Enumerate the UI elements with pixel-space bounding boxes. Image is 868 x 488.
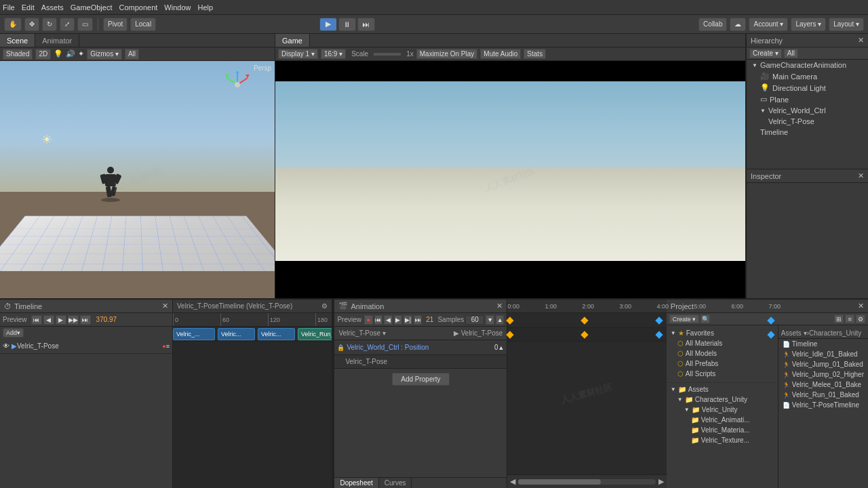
hierarchy-close[interactable]: ✕	[858, 36, 864, 45]
anim-samples-input[interactable]	[465, 315, 484, 325]
scale-slider[interactable]	[374, 53, 401, 56]
display-dropdown[interactable]: Display 1 ▾	[278, 49, 318, 59]
tl-end-btn[interactable]: ⏭	[80, 315, 91, 325]
account-btn[interactable]: Account ▾	[749, 18, 788, 31]
tl-prev-btn[interactable]: ◀	[43, 315, 54, 325]
menu-file[interactable]: File	[3, 3, 15, 12]
project-assets-root[interactable]: ▼ 📁 Assets	[667, 384, 778, 394]
scroll-left[interactable]: ◀	[510, 477, 515, 486]
file-run[interactable]: 🏃 Velric_Run_01_Baked	[778, 390, 868, 400]
track-eye-icon[interactable]: 👁	[3, 342, 9, 350]
clip-1[interactable]: Velric_...	[173, 328, 215, 340]
hierarchy-item-root[interactable]: ▼ GameCharacterAnimation	[747, 60, 868, 70]
project-view-btn3[interactable]: ⚙	[856, 314, 865, 323]
inspector-close[interactable]: ✕	[858, 171, 864, 180]
tab-scene[interactable]: Scene	[0, 34, 35, 47]
curves-btn[interactable]: Curves	[379, 478, 412, 488]
audio-icon[interactable]: 🔊	[66, 49, 75, 58]
file-tpose-timeline[interactable]: 📄 Velric_T-PoseTimeline	[778, 400, 868, 410]
mute-btn[interactable]: Mute Audio	[480, 49, 521, 59]
stats-btn[interactable]: Stats	[524, 49, 546, 59]
file-jump1[interactable]: 🏃 Velric_Jump_01_Baked	[778, 359, 868, 369]
tl-settings-icon[interactable]: ⚙	[321, 302, 328, 310]
fav-materials[interactable]: ⬡ All Materials	[667, 338, 778, 348]
menu-edit[interactable]: Edit	[22, 3, 35, 12]
light-icon[interactable]: 💡	[54, 49, 63, 58]
tl-start-btn[interactable]: ⏮	[31, 315, 42, 325]
keyframe-3[interactable]	[656, 317, 663, 324]
hierarchy-item-camera[interactable]: 🎥 Main Camera	[747, 70, 868, 82]
assets-chars[interactable]: ▼ 📁 Characters_Unity	[667, 394, 778, 405]
anim-next-btn[interactable]: ▶|	[403, 315, 412, 325]
play-btn[interactable]: ▶	[319, 18, 337, 31]
menu-gameobject[interactable]: GameObject	[71, 3, 113, 12]
menu-component[interactable]: Component	[119, 3, 157, 12]
fav-scripts[interactable]: ⬡ All Scripts	[667, 369, 778, 379]
anim-keyframe-down[interactable]: ▼	[486, 315, 494, 325]
anim-start-btn[interactable]: ⏮	[374, 315, 383, 325]
menu-assets[interactable]: Assets	[41, 3, 64, 12]
hierarchy-item-tpose[interactable]: Velric_T-Pose	[747, 116, 868, 127]
track-menu-icon[interactable]: ≡	[166, 343, 170, 350]
project-close[interactable]: ✕	[858, 302, 864, 310]
add-property-btn[interactable]: Add Property	[392, 373, 449, 386]
assets-velric[interactable]: ▼ 📁 Velric_Unity	[667, 405, 778, 415]
all-btn[interactable]: All	[125, 49, 139, 60]
clip-2[interactable]: Velric...	[218, 328, 255, 340]
hierarchy-create-btn[interactable]: Create ▾	[749, 49, 782, 58]
fav-models[interactable]: ⬡ All Models	[667, 348, 778, 359]
gizmos-dropdown[interactable]: Gizmos ▾	[87, 49, 122, 60]
shading-dropdown[interactable]: Shaded	[3, 49, 33, 60]
anim-play-btn[interactable]: ▶	[394, 315, 403, 325]
assets-mat[interactable]: 📁 Velric_Materia...	[667, 425, 778, 435]
hierarchy-item-light[interactable]: 💡 Directional Light	[747, 82, 868, 94]
layout-btn[interactable]: Layout ▾	[829, 18, 864, 31]
anim-prev-btn[interactable]: ◀	[384, 315, 393, 325]
aspect-dropdown[interactable]: 16:9 ▾	[321, 49, 346, 59]
scroll-track[interactable]	[518, 479, 655, 485]
keyframe-2[interactable]	[581, 317, 589, 324]
collab-btn[interactable]: Collab	[698, 18, 727, 31]
tl-play-btn[interactable]: ▶	[56, 315, 66, 325]
hierarchy-all-btn[interactable]: All	[784, 49, 798, 58]
tl-next-btn[interactable]: ▶▶	[68, 315, 79, 325]
scroll-right[interactable]: ▶	[658, 477, 664, 486]
file-idle[interactable]: 🏃 Velric_Idle_01_Baked	[778, 349, 868, 359]
hand-tool-btn[interactable]: ✋	[4, 18, 22, 31]
keyframe-6[interactable]	[581, 331, 589, 338]
menu-window[interactable]: Window	[164, 3, 191, 12]
fav-prefabs[interactable]: ⬡ All Prefabs	[667, 359, 778, 369]
assets-tex[interactable]: 📁 Velric_Texture...	[667, 435, 778, 445]
anim-end-btn[interactable]: ⏭	[414, 315, 422, 325]
fx-icon[interactable]: ✦	[78, 49, 84, 58]
tab-game[interactable]: Game	[275, 34, 310, 47]
project-search-btn[interactable]: 🔍	[701, 314, 710, 323]
cloud-btn[interactable]: ☁	[730, 18, 746, 31]
timeline-close[interactable]: ✕	[162, 302, 168, 310]
hierarchy-item-worldctrl[interactable]: ▼ Velric_World_Ctrl	[747, 105, 868, 116]
anim-keyframe-up[interactable]: ▲	[496, 315, 505, 325]
pause-btn[interactable]: ⏸	[338, 18, 356, 31]
step-btn[interactable]: ⏭	[357, 18, 375, 31]
anim-track-collapse[interactable]: ▲	[498, 344, 505, 351]
file-jump2[interactable]: 🏃 Velric_Jump_02_Higher	[778, 369, 868, 380]
scale-tool-btn[interactable]: ⤢	[60, 18, 75, 31]
project-view-btn2[interactable]: ≡	[845, 314, 854, 323]
keyframe-1[interactable]	[507, 317, 514, 324]
add-track-btn[interactable]: Add▾	[3, 328, 24, 338]
scene-canvas[interactable]: ☀	[0, 61, 275, 298]
local-btn[interactable]: Local	[130, 18, 156, 31]
move-tool-btn[interactable]: ✥	[24, 18, 39, 31]
file-melee[interactable]: 🏃 Velric_Melee_01_Bake	[778, 380, 868, 390]
project-create-btn[interactable]: Create ▾	[669, 314, 700, 323]
dopesheet-btn[interactable]: Dopesheet	[334, 478, 378, 488]
keyframe-7[interactable]	[656, 331, 663, 338]
hierarchy-item-plane[interactable]: ▭ Plane	[747, 94, 868, 105]
tab-animator[interactable]: Animator	[35, 34, 79, 47]
twod-btn[interactable]: 2D	[35, 49, 51, 60]
layers-btn[interactable]: Layers ▾	[791, 18, 826, 31]
anim-record-btn[interactable]: ●	[364, 315, 373, 325]
menu-help[interactable]: Help	[197, 3, 213, 12]
file-timeline[interactable]: 📄 Timeline	[778, 339, 868, 349]
project-view-btn1[interactable]: ⊞	[834, 314, 844, 323]
